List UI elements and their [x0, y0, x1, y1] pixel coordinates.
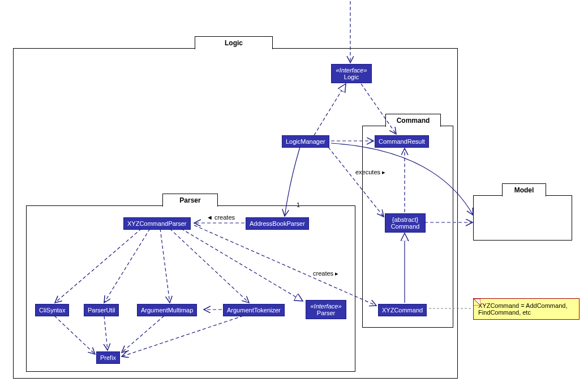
svg-line-20: [122, 316, 164, 353]
svg-line-21: [122, 316, 243, 357]
svg-line-14: [104, 229, 150, 303]
svg-line-2: [314, 84, 346, 135]
svg-line-18: [54, 316, 95, 354]
diagram-stage: Logic Parser Command Model «Interface» L…: [0, 0, 588, 382]
svg-line-19: [104, 316, 108, 350]
svg-line-16: [170, 229, 249, 303]
connectors: [0, 0, 588, 382]
svg-line-15: [160, 229, 170, 303]
svg-line-5: [328, 147, 384, 217]
svg-line-13: [55, 229, 141, 303]
svg-line-12: [194, 225, 376, 306]
svg-line-3: [361, 84, 396, 134]
